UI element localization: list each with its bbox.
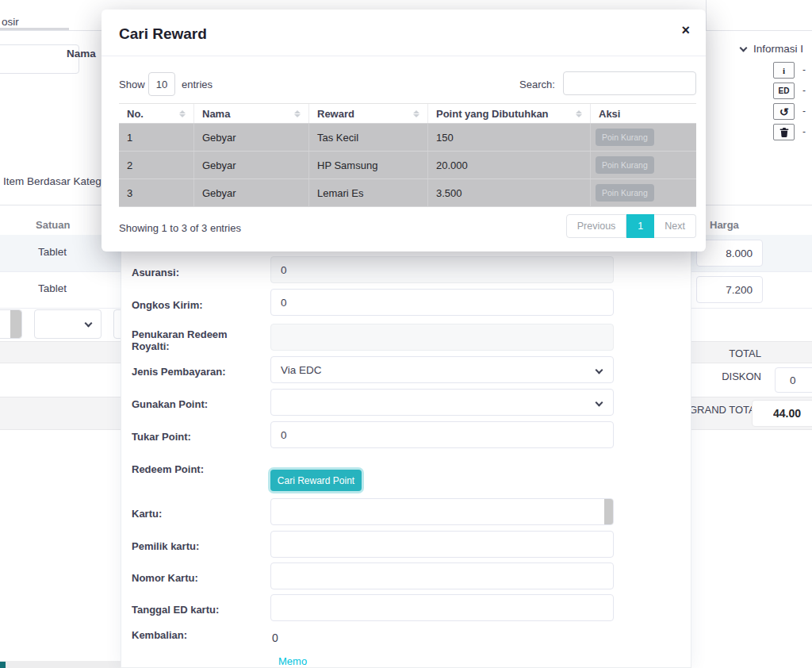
- harga-input[interactable]: [696, 276, 763, 303]
- tanggal-ed-label: Tanggal ED kartu:: [132, 604, 262, 616]
- table-row: 2 Gebyar HP Samsung 20.000 Poin Kurang: [119, 152, 696, 179]
- chevron-down-icon: [596, 398, 603, 406]
- jenis-pembayaran-label: Jenis Pembayaran:: [132, 366, 262, 378]
- reward-table: No. Nama Reward Point yang Dibutuhkan Ak…: [119, 103, 696, 207]
- pagination: Previous 1 Next: [566, 214, 696, 238]
- satuan-cell: Tablet: [38, 282, 67, 294]
- harga-header: Harga: [710, 219, 739, 231]
- page-length-select[interactable]: 10: [148, 72, 175, 96]
- poin-kurang-button[interactable]: Poin Kurang: [596, 184, 654, 202]
- bottom-button-partial[interactable]: [0, 662, 6, 668]
- history-hint-text: -: [802, 106, 806, 117]
- asuransi-input[interactable]: [270, 256, 614, 283]
- sort-icon[interactable]: [576, 110, 582, 117]
- kartu-input-handle[interactable]: [604, 499, 613, 524]
- chevron-down-icon: [596, 366, 603, 374]
- col-header-aksi: Aksi: [591, 104, 696, 123]
- pemilik-kartu-input[interactable]: [270, 531, 614, 558]
- modal-header-divider: [102, 56, 706, 56]
- col-header-no[interactable]: No.: [119, 104, 194, 123]
- kembalian-value: 0: [272, 632, 278, 644]
- poin-kurang-button[interactable]: Poin Kurang: [596, 129, 654, 146]
- pos-screen: osir Nama Informasi I i - ED - ↺ - - Ite…: [0, 0, 812, 668]
- ed-icon[interactable]: ED: [773, 83, 795, 99]
- cell-no: 1: [119, 124, 194, 151]
- nomor-kartu-label: Nomor Kartu:: [132, 572, 262, 584]
- cell-reward: Lemari Es: [309, 179, 428, 206]
- informasi-label: Informasi I: [753, 43, 803, 55]
- pemilik-kartu-label: Pemilik kartu:: [132, 540, 262, 552]
- kartu-label: Kartu:: [132, 508, 262, 520]
- jenis-pembayaran-select[interactable]: Via EDC: [270, 356, 614, 383]
- cell-point: 3.500: [428, 179, 591, 206]
- cari-reward-point-button[interactable]: Cari Reward Point: [270, 470, 362, 491]
- kembalian-label: Kembalian:: [132, 629, 262, 641]
- kartu-input[interactable]: [270, 498, 614, 525]
- ongkos-input[interactable]: [270, 289, 614, 316]
- unit-select[interactable]: [34, 309, 102, 339]
- table-row: 3 Gebyar Lemari Es 3.500 Poin Kurang: [119, 179, 696, 207]
- next-page-button[interactable]: Next: [654, 214, 696, 238]
- qty-stepper[interactable]: [0, 309, 22, 339]
- close-icon[interactable]: ×: [681, 23, 690, 37]
- jenis-pembayaran-value: Via EDC: [281, 364, 322, 376]
- nomor-kartu-input[interactable]: [270, 562, 614, 589]
- col-header-nama[interactable]: Nama: [194, 104, 309, 123]
- poin-kurang-button[interactable]: Poin Kurang: [596, 156, 654, 174]
- cell-point: 150: [428, 124, 591, 151]
- gunakan-point-label: Gunakan Point:: [132, 398, 262, 410]
- table-info-text: Showing 1 to 3 of 3 entries: [119, 222, 241, 234]
- memo-link[interactable]: Memo: [278, 655, 307, 667]
- trash-icon[interactable]: [773, 124, 795, 140]
- total-label: TOTAL: [682, 347, 761, 359]
- tab-grosir[interactable]: osir: [2, 16, 19, 28]
- cell-no: 2: [119, 152, 194, 179]
- entries-label: entries: [182, 79, 213, 90]
- satuan-header: Satuan: [36, 219, 70, 231]
- sort-icon[interactable]: [413, 110, 419, 117]
- cell-reward: HP Samsung: [309, 152, 428, 179]
- table-row: 1 Gebyar Tas Kecil 150 Poin Kurang: [119, 124, 696, 152]
- harga-input[interactable]: [696, 240, 763, 267]
- ed-hint-text: -: [802, 85, 806, 96]
- gunakan-point-select[interactable]: [270, 389, 614, 416]
- col-header-point[interactable]: Point yang Dibutuhkan: [428, 104, 591, 123]
- chevron-down-icon[interactable]: [740, 44, 748, 52]
- penukaran-input[interactable]: [270, 324, 614, 351]
- sort-icon[interactable]: [294, 110, 301, 117]
- search-label: Search:: [519, 79, 555, 90]
- tukar-point-label: Tukar Point:: [132, 431, 262, 443]
- panel-edge-line: [706, 0, 707, 30]
- history-icon[interactable]: ↺: [773, 103, 795, 120]
- nama-label: Nama: [67, 48, 96, 60]
- cari-reward-modal: Cari Reward × Show 10 entries Search: No…: [102, 10, 706, 251]
- show-label: Show: [119, 79, 145, 90]
- trash-hint-text: -: [802, 126, 806, 137]
- satuan-cell: Tablet: [38, 246, 67, 258]
- ongkos-label: Ongkos Kirim:: [132, 299, 262, 311]
- modal-title: Cari Reward: [119, 25, 207, 43]
- info-icon[interactable]: i: [773, 62, 795, 79]
- search-input[interactable]: [563, 71, 696, 95]
- page-1-button[interactable]: 1: [626, 214, 654, 238]
- diskon-input[interactable]: [775, 367, 812, 393]
- previous-page-button[interactable]: Previous: [566, 214, 627, 238]
- tukar-point-input[interactable]: [270, 421, 614, 448]
- tanggal-ed-input[interactable]: [270, 594, 614, 621]
- cell-nama: Gebyar: [194, 152, 309, 179]
- cell-reward: Tas Kecil: [309, 124, 428, 151]
- reward-table-header: No. Nama Reward Point yang Dibutuhkan Ak…: [119, 103, 696, 124]
- asuransi-label: Asuransi:: [132, 267, 262, 278]
- cell-nama: Gebyar: [194, 124, 309, 151]
- grand-total-input[interactable]: [752, 400, 812, 427]
- kategori-label: Item Berdasar Kategori: [3, 175, 113, 187]
- cell-point: 20.000: [428, 152, 591, 179]
- penukaran-label: Penukaran Redeem Royalti:: [132, 328, 262, 352]
- cell-nama: Gebyar: [194, 179, 309, 206]
- redeem-point-label: Redeem Point:: [132, 463, 262, 475]
- info-hint-text: -: [802, 64, 806, 75]
- cell-no: 3: [119, 179, 194, 206]
- col-header-reward[interactable]: Reward: [309, 104, 428, 123]
- bottom-strip: [0, 661, 121, 668]
- sort-icon[interactable]: [179, 110, 186, 117]
